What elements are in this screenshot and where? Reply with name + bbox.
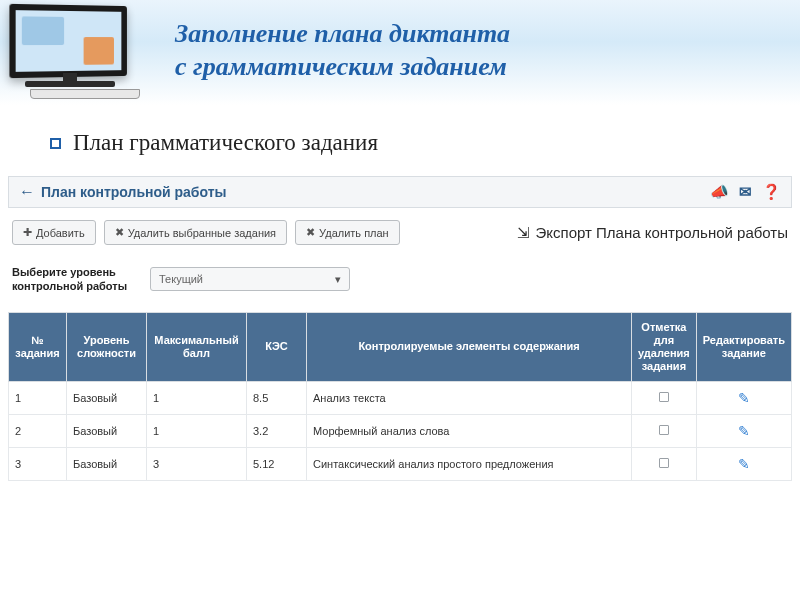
col-num: № задания [9, 312, 67, 382]
table-row: 2 Базовый 1 3.2 Морфемный анализ слова ✎ [9, 415, 792, 448]
cell-delete-checkbox [632, 415, 697, 448]
cell-num: 3 [9, 448, 67, 481]
delete-icon: ✖ [115, 226, 124, 239]
export-label: Экспорт Плана контрольной работы [536, 224, 788, 241]
checkbox-icon[interactable] [659, 425, 669, 435]
app-titlebar: ← План контрольной работы 📣 ✉ ❓ [8, 176, 792, 208]
delete-icon: ✖ [306, 226, 315, 239]
cell-max: 1 [147, 382, 247, 415]
cell-delete-checkbox [632, 448, 697, 481]
pencil-icon[interactable]: ✎ [738, 390, 750, 406]
cell-num: 2 [9, 415, 67, 448]
mail-icon[interactable]: ✉ [739, 183, 752, 201]
title-line-2: с грамматическим заданием [175, 51, 800, 84]
title-line-1: Заполнение плана диктанта [175, 18, 800, 51]
col-kes: КЭС [247, 312, 307, 382]
cell-edit: ✎ [696, 382, 791, 415]
delete-selected-label: Удалить выбранные задания [128, 227, 276, 239]
col-max: Максимальный балл [147, 312, 247, 382]
cell-content: Синтаксический анализ простого предложен… [307, 448, 632, 481]
cell-kes: 5.12 [247, 448, 307, 481]
col-mark-delete: Отметка для удаления задания [632, 312, 697, 382]
back-arrow-icon[interactable]: ← [19, 183, 35, 201]
app-panel: ← План контрольной работы 📣 ✉ ❓ ✚ Добави… [8, 176, 792, 481]
cell-max: 1 [147, 415, 247, 448]
add-button-label: Добавить [36, 227, 85, 239]
plus-icon: ✚ [23, 226, 32, 239]
cell-kes: 3.2 [247, 415, 307, 448]
cell-delete-checkbox [632, 382, 697, 415]
checkbox-icon[interactable] [659, 458, 669, 468]
cell-content: Морфемный анализ слова [307, 415, 632, 448]
pencil-icon[interactable]: ✎ [738, 423, 750, 439]
export-icon: ⇲ [517, 224, 530, 242]
level-selector-row: Выберите уровень контрольной работы Теку… [8, 257, 792, 312]
toolbar: ✚ Добавить ✖ Удалить выбранные задания ✖… [8, 208, 792, 257]
subheading: План грамматического задания [0, 105, 800, 176]
checkbox-icon[interactable] [659, 392, 669, 402]
help-icon[interactable]: ❓ [762, 183, 781, 201]
cell-edit: ✎ [696, 448, 791, 481]
megaphone-icon[interactable]: 📣 [710, 183, 729, 201]
cell-difficulty: Базовый [67, 448, 147, 481]
cell-num: 1 [9, 382, 67, 415]
level-select[interactable]: Текущий [150, 267, 350, 291]
presentation-header: Заполнение плана диктанта с грамматическ… [0, 0, 800, 105]
subheading-text: План грамматического задания [73, 130, 378, 155]
cell-content: Анализ текста [307, 382, 632, 415]
cell-max: 3 [147, 448, 247, 481]
toolbar-buttons: ✚ Добавить ✖ Удалить выбранные задания ✖… [12, 220, 400, 245]
appbar-icons: 📣 ✉ ❓ [710, 183, 781, 201]
app-title: План контрольной работы [41, 184, 227, 200]
table-row: 3 Базовый 3 5.12 Синтаксический анализ п… [9, 448, 792, 481]
level-label: Выберите уровень контрольной работы [12, 265, 132, 294]
col-content: Контролируемые элементы содержания [307, 312, 632, 382]
table-row: 1 Базовый 1 8.5 Анализ текста ✎ [9, 382, 792, 415]
level-selected-value: Текущий [159, 273, 203, 285]
cell-difficulty: Базовый [67, 382, 147, 415]
monitor-illustration [10, 5, 160, 100]
cell-difficulty: Базовый [67, 415, 147, 448]
delete-selected-button[interactable]: ✖ Удалить выбранные задания [104, 220, 287, 245]
col-difficulty: Уровень сложности [67, 312, 147, 382]
delete-plan-label: Удалить план [319, 227, 389, 239]
table-body: 1 Базовый 1 8.5 Анализ текста ✎ 2 Базовы… [9, 382, 792, 481]
col-edit: Редактировать задание [696, 312, 791, 382]
cell-kes: 8.5 [247, 382, 307, 415]
add-button[interactable]: ✚ Добавить [12, 220, 96, 245]
slide-title: Заполнение плана диктанта с грамматическ… [175, 18, 800, 83]
export-link[interactable]: ⇲ Экспорт Плана контрольной работы [517, 224, 788, 242]
cell-edit: ✎ [696, 415, 791, 448]
pencil-icon[interactable]: ✎ [738, 456, 750, 472]
tasks-table: № задания Уровень сложности Максимальный… [8, 312, 792, 482]
bullet-icon [50, 138, 61, 149]
table-header-row: № задания Уровень сложности Максимальный… [9, 312, 792, 382]
delete-plan-button[interactable]: ✖ Удалить план [295, 220, 400, 245]
